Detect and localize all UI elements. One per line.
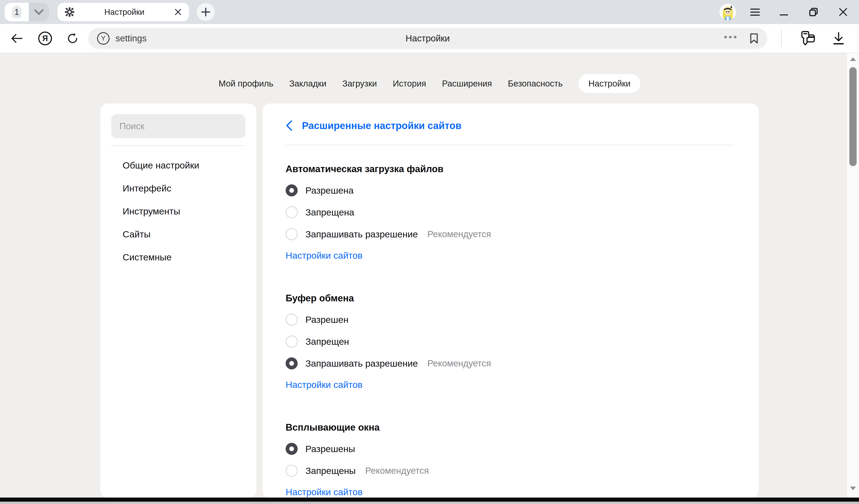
- radio-label: Запрещен: [305, 336, 349, 347]
- address-more-button[interactable]: •••: [724, 32, 738, 45]
- recommended-badge: Рекомендуется: [365, 465, 429, 476]
- restore-icon: [809, 7, 818, 17]
- tab-group-counter[interactable]: 1: [5, 3, 29, 21]
- sidebar-item-tools[interactable]: Инструменты: [123, 206, 245, 217]
- radio-button[interactable]: [286, 314, 298, 326]
- radio-label: Запрашивать разрешение: [305, 229, 418, 240]
- radio-label: Запрещены: [305, 465, 356, 476]
- bottom-edge-strip-light: [0, 502, 859, 504]
- yandex-logo[interactable]: Я: [38, 32, 52, 45]
- radio-label: Запрашивать разрешение: [305, 358, 418, 369]
- settings-sidebar: Общие настройки Интерфейс Инструменты Са…: [100, 104, 256, 498]
- tab-group-expand-button[interactable]: [29, 3, 49, 21]
- close-icon: [839, 7, 848, 17]
- toolbar: Я Y settings Настройки •••: [0, 24, 859, 53]
- tab-close-icon[interactable]: [175, 9, 182, 16]
- page-title: Настройки: [88, 33, 767, 44]
- site-settings-link[interactable]: Настройки сайтов: [286, 379, 362, 390]
- radio-button[interactable]: [286, 357, 298, 369]
- gear-icon: [65, 7, 74, 17]
- minimize-icon: [780, 14, 788, 15]
- scroll-up-arrow-icon[interactable]: [850, 57, 856, 61]
- downloads-button[interactable]: [832, 32, 845, 45]
- radio-label: Разрешена: [305, 185, 353, 196]
- back-arrow-icon: [11, 34, 23, 43]
- scrollbar-thumb[interactable]: [849, 67, 857, 166]
- nav-my-profile[interactable]: Мой профиль: [218, 79, 273, 89]
- chevron-left-icon: [286, 120, 292, 131]
- tab-strip: 1 Настройки: [0, 0, 859, 24]
- window-close-button[interactable]: [837, 4, 849, 19]
- radio-button[interactable]: [286, 206, 298, 218]
- hamburger-icon: [750, 9, 760, 10]
- settings-top-nav: Мой профиль Закладки Загрузки История Ра…: [0, 53, 859, 93]
- nav-extensions[interactable]: Расширения: [442, 79, 492, 89]
- section-auto-file-download: Автоматическая загрузка файлов Разрешена…: [286, 163, 759, 261]
- section-popups: Всплывающие окна Разрешены Запрещены Рек…: [286, 422, 759, 497]
- plus-icon: [201, 7, 210, 17]
- sidebar-item-sites[interactable]: Сайты: [123, 229, 245, 240]
- radio-button[interactable]: [286, 184, 298, 196]
- settings-page: Мой профиль Закладки Загрузки История Ра…: [0, 53, 859, 504]
- section-title: Автоматическая загрузка файлов: [286, 163, 759, 174]
- sidebar-item-system[interactable]: Системные: [123, 252, 245, 262]
- radio-option[interactable]: Разрешены: [286, 443, 759, 455]
- radio-label: Разрешены: [305, 444, 355, 454]
- radio-label: Запрещена: [305, 207, 354, 218]
- advanced-site-settings-back[interactable]: Расширенные настройки сайтов: [286, 120, 759, 131]
- radio-option[interactable]: Запрашивать разрешение Рекомендуется: [286, 228, 759, 240]
- radio-option[interactable]: Разрешена: [286, 184, 759, 196]
- window-minimize-button[interactable]: [778, 4, 790, 19]
- nav-bookmarks[interactable]: Закладки: [289, 79, 327, 89]
- search-input[interactable]: [111, 114, 245, 138]
- key-card-icon: [801, 31, 815, 46]
- new-tab-button[interactable]: [197, 3, 215, 21]
- radio-option[interactable]: Запрещена: [286, 206, 759, 218]
- tab-group[interactable]: 1: [5, 3, 49, 21]
- recommended-badge: Рекомендуется: [427, 358, 491, 369]
- address-bar[interactable]: Y settings Настройки •••: [88, 28, 767, 49]
- avatar[interactable]: [719, 4, 736, 20]
- settings-content: Расширенные настройки сайтов Автоматичес…: [262, 104, 759, 498]
- nav-history[interactable]: История: [393, 79, 426, 89]
- browser-menu-button[interactable]: [750, 9, 760, 16]
- site-favicon-icon: Y: [97, 32, 109, 45]
- window-restore-button[interactable]: [807, 4, 820, 19]
- passwords-cards-button[interactable]: [801, 31, 815, 46]
- page-scrollbar[interactable]: [847, 53, 859, 498]
- nav-security[interactable]: Безопасность: [508, 79, 563, 89]
- radio-option[interactable]: Разрешен: [286, 314, 759, 326]
- recommended-badge: Рекомендуется: [427, 229, 491, 239]
- sidebar-item-interface[interactable]: Интерфейс: [123, 183, 245, 194]
- chevron-down-icon: [34, 9, 44, 15]
- url-text[interactable]: settings: [116, 33, 147, 44]
- back-button[interactable]: [11, 34, 23, 43]
- radio-option[interactable]: Запрещен: [286, 336, 759, 348]
- scroll-down-arrow-icon[interactable]: [850, 487, 856, 490]
- radio-button[interactable]: [286, 443, 298, 455]
- bookmark-icon[interactable]: [750, 33, 758, 44]
- nav-downloads[interactable]: Загрузки: [342, 79, 377, 89]
- site-settings-link[interactable]: Настройки сайтов: [286, 487, 362, 497]
- browser-tab-settings[interactable]: Настройки: [58, 3, 189, 21]
- sidebar-divider: [111, 145, 245, 146]
- site-settings-link[interactable]: Настройки сайтов: [286, 250, 362, 261]
- radio-button[interactable]: [286, 336, 298, 348]
- advanced-site-settings-heading: Расширенные настройки сайтов: [302, 120, 462, 131]
- section-title: Всплывающие окна: [286, 422, 759, 433]
- radio-button[interactable]: [286, 228, 298, 240]
- content-divider: [286, 145, 734, 145]
- radio-option[interactable]: Запрашивать разрешение Рекомендуется: [286, 357, 759, 369]
- section-title: Буфер обмена: [286, 293, 759, 304]
- refresh-button[interactable]: [67, 33, 79, 44]
- sidebar-item-general[interactable]: Общие настройки: [123, 160, 245, 171]
- radio-button[interactable]: [286, 465, 298, 477]
- radio-label: Разрешен: [305, 315, 348, 325]
- section-clipboard: Буфер обмена Разрешен Запрещен Запрашива…: [286, 293, 759, 390]
- refresh-icon: [67, 33, 79, 44]
- nav-settings-active[interactable]: Настройки: [578, 74, 641, 93]
- download-icon: [832, 32, 845, 45]
- radio-option[interactable]: Запрещены Рекомендуется: [286, 465, 759, 477]
- bottom-edge-strip: [0, 498, 859, 502]
- tab-title: Настройки: [74, 7, 175, 17]
